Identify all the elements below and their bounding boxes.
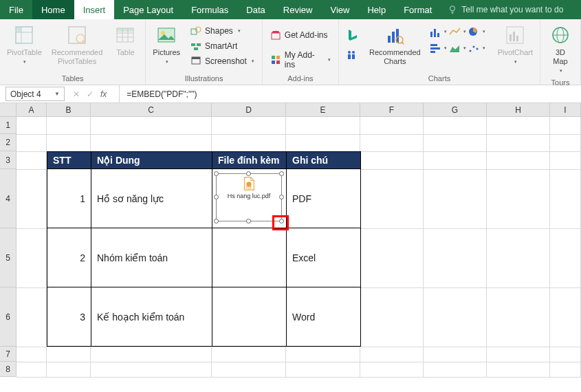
smartart-button[interactable]: SmartArt (188, 39, 256, 53)
col-head-H[interactable]: H (487, 103, 550, 117)
worksheet-grid[interactable]: STT Nội Dung File đính kèm Ghi chú 1 Hồ … (17, 117, 581, 378)
svg-rect-22 (272, 33, 280, 39)
pictures-button[interactable]: Pictures▾ (151, 21, 182, 68)
col-head-D[interactable]: D (212, 103, 286, 117)
tab-view[interactable]: View (321, 0, 358, 19)
row-head-5[interactable]: 5 (0, 228, 17, 287)
tell-me-label: Tell me what you want to do (461, 5, 563, 14)
cell-ghichu-3[interactable]: Word (287, 287, 361, 347)
col-head-C[interactable]: C (91, 103, 212, 117)
svg-text:PDF: PDF (245, 186, 252, 190)
svg-rect-12 (117, 28, 133, 32)
formula-input[interactable]: =EMBED("PDF";"") (119, 85, 581, 102)
scatter-chart-button[interactable]: ▾ (468, 41, 485, 56)
pivottable-button[interactable]: PivotTable▾ (6, 21, 43, 68)
bing-icon (346, 28, 360, 42)
tab-file[interactable]: File (0, 0, 32, 19)
name-box-dropdown-icon[interactable]: ▼ (54, 91, 60, 97)
col-head-B[interactable]: B (47, 103, 91, 117)
cell-ghichu-1[interactable]: PDF (287, 169, 361, 228)
recommended-charts-button[interactable]: Recommended Charts (368, 21, 422, 68)
embedded-pdf-object[interactable]: PDF Hs nang luc.pdf (216, 173, 282, 221)
svg-rect-21 (192, 57, 200, 59)
resize-handle-tr[interactable] (279, 171, 284, 176)
recommended-pivottables-button[interactable]: Recommended PivotTables (50, 21, 105, 68)
get-addins-button[interactable]: Get Add-ins (268, 28, 333, 42)
row-head-4[interactable]: 4 (0, 169, 17, 228)
col-head-A[interactable]: A (17, 103, 47, 117)
svg-rect-37 (437, 33, 439, 37)
formula-bar: Object 4 ▼ ✕ ✓ fx =EMBED("PDF";"") (0, 85, 581, 103)
group-addins: Get Add-ins My Add-ins ▾ Add-ins (263, 19, 339, 85)
svg-rect-31 (388, 36, 391, 43)
area-chart-button[interactable]: ▾ (448, 41, 466, 56)
resize-handle-mr[interactable] (279, 195, 284, 199)
tab-help[interactable]: Help (358, 0, 395, 19)
svg-rect-35 (430, 32, 432, 37)
cell-ghichu-2[interactable]: Excel (287, 228, 361, 287)
svg-rect-39 (430, 44, 437, 46)
pivottable-label: PivotTable (7, 48, 42, 57)
table-button[interactable]: Table (111, 21, 140, 59)
svg-rect-3 (21, 27, 32, 32)
tab-page-layout[interactable]: Page Layout (114, 0, 182, 19)
row-head-8[interactable]: 8 (0, 362, 17, 377)
row-head-6[interactable]: 6 (0, 287, 17, 347)
cell-noidung-1[interactable]: Hồ sơ năng lực (91, 169, 212, 228)
pivotchart-label: PivotChart (498, 48, 533, 57)
tab-review[interactable]: Review (274, 0, 322, 19)
svg-point-0 (450, 6, 455, 11)
col-head-F[interactable]: F (360, 103, 424, 117)
resize-handle-bl[interactable] (214, 219, 219, 224)
shapes-icon (190, 25, 201, 36)
pivotchart-button[interactable]: PivotChart▾ (496, 21, 534, 68)
cell-stt-2[interactable]: 2 (47, 228, 91, 287)
pie-chart-button[interactable]: ▾ (468, 24, 485, 39)
col-head-E[interactable]: E (286, 103, 360, 117)
my-addins-button[interactable]: My Add-ins ▾ (268, 49, 333, 71)
line-chart-button[interactable]: ▾ (448, 24, 466, 39)
cell-stt-3[interactable]: 3 (47, 287, 91, 347)
pivottable-icon (14, 25, 34, 45)
cancel-formula-icon[interactable]: ✕ (73, 89, 80, 99)
bing-maps-button[interactable] (344, 21, 361, 65)
store-icon (270, 30, 281, 41)
resize-handle-ml[interactable] (214, 195, 219, 199)
resize-handle-tc[interactable] (246, 171, 251, 176)
row-head-1[interactable]: 1 (0, 117, 17, 134)
svg-rect-4 (16, 32, 21, 43)
col-head-I[interactable]: I (550, 103, 581, 117)
select-all-corner[interactable] (0, 103, 17, 117)
svg-point-28 (352, 51, 355, 54)
fx-icon[interactable]: fx (100, 89, 107, 99)
cell-noidung-2[interactable]: Nhóm kiểm toán (91, 228, 212, 287)
addins-icon (270, 54, 281, 65)
screenshot-button[interactable]: Screenshot▾ (188, 54, 256, 68)
cell-noidung-3[interactable]: Kế hoạch kiểm toán (91, 287, 212, 347)
header-file: File đính kèm (212, 152, 287, 169)
bar-chart-button[interactable]: ▾ (429, 41, 447, 56)
screenshot-icon (190, 56, 201, 67)
tab-format[interactable]: Format (395, 0, 441, 19)
row-head-2[interactable]: 2 (0, 134, 17, 151)
3d-map-button[interactable]: 3D Map▾ (546, 21, 575, 77)
tab-insert[interactable]: Insert (74, 0, 115, 19)
resize-handle-tl[interactable] (214, 171, 219, 176)
row-head-3[interactable]: 3 (0, 151, 17, 169)
cell-file-3[interactable] (212, 287, 287, 347)
tab-formulas[interactable]: Formulas (182, 0, 237, 19)
tell-me-search[interactable]: Tell me what you want to do (441, 0, 563, 19)
resize-handle-bc[interactable] (246, 219, 251, 224)
accept-formula-icon[interactable]: ✓ (87, 89, 94, 99)
svg-rect-32 (392, 32, 395, 43)
col-head-G[interactable]: G (424, 103, 487, 117)
shapes-button[interactable]: Shapes▾ (188, 24, 256, 38)
cell-stt-1[interactable]: 1 (47, 169, 91, 228)
column-chart-button[interactable]: ▾ (429, 24, 447, 39)
tab-home[interactable]: Home (32, 0, 74, 19)
svg-rect-40 (430, 47, 440, 50)
row-head-7[interactable]: 7 (0, 347, 17, 362)
name-box[interactable]: Object 4 ▼ (6, 87, 65, 101)
cell-file-2[interactable] (212, 228, 287, 287)
tab-data[interactable]: Data (237, 0, 274, 19)
